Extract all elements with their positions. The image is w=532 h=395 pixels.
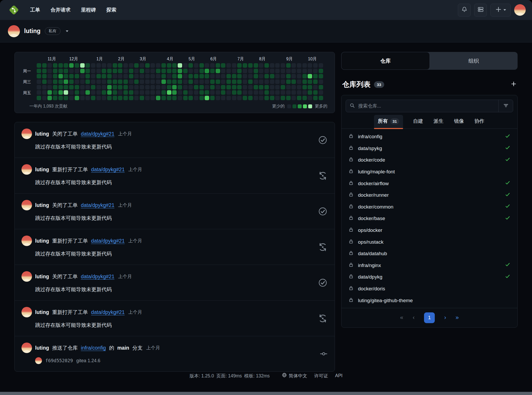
heatmap-cell [150,90,155,95]
repo-row[interactable]: docker/common [341,201,517,213]
nav-item[interactable]: 合并请求 [46,4,75,16]
feed-user-link[interactable]: luting [35,238,49,244]
heatmap-cell [91,79,95,84]
lock-icon [349,204,354,210]
horizontal-scrollbar[interactable] [0,392,532,395]
profile-avatar[interactable] [8,25,20,37]
repo-row[interactable]: docker/runner [341,189,517,201]
heatmap-month-label: 2月 [118,56,125,62]
heatmap-cell [319,96,323,100]
gitea-logo[interactable] [8,4,20,16]
repo-row[interactable]: luting/maple-font [341,166,517,178]
commit-avatar[interactable] [35,357,42,364]
feed-repo-link[interactable]: data/dpykg#21 [91,238,125,244]
tab-repositories[interactable]: 仓库 [341,52,430,70]
feed-repo-link[interactable]: data/dpykg#21 [81,131,115,137]
repo-filter-tab[interactable]: 协作 [474,115,485,129]
feed-repo-link[interactable]: data/dpykg#21 [81,202,115,208]
heatmap-cell [254,79,258,84]
heatmap-cell [297,96,301,100]
globe-icon [282,372,287,379]
feed-user-link[interactable]: luting [35,274,49,280]
repo-row[interactable]: docker/base [341,213,517,225]
repo-row[interactable]: data/dpykg [341,271,517,283]
user-avatar[interactable] [21,164,32,175]
feed-repo-link[interactable]: data/dpykg#21 [81,274,115,280]
heatmap-cell [140,63,144,68]
heatmap-cell [216,79,220,84]
create-new-button[interactable] [490,4,511,17]
nav-item[interactable]: 工单 [26,4,45,16]
pagination-arrow[interactable]: › [444,314,446,321]
user-menu-avatar[interactable] [514,4,526,16]
user-avatar[interactable] [21,129,32,139]
repo-filter-tab[interactable]: 镜像 [453,115,464,129]
create-repo-button[interactable] [511,81,517,88]
contribution-heatmap [37,63,323,100]
feed-timestamp: 上个月 [118,273,132,280]
heatmap-cell [178,96,182,100]
heatmap-cell [113,96,117,100]
footer-link[interactable]: API [335,373,343,378]
nav-item[interactable]: 里程碑 [77,4,100,16]
repo-row[interactable]: ops/docker [341,225,517,236]
repo-row[interactable]: data/spykg [341,143,517,154]
profile-dropdown-caret[interactable] [66,30,68,32]
footer-link[interactable]: 简体中文 [282,372,307,379]
repo-row[interactable]: infra/nginx [341,260,517,271]
pagination-current-page[interactable]: 1 [424,312,435,323]
repo-row[interactable]: data/datahub [341,248,517,260]
footer-link[interactable]: 许可证 [314,373,328,379]
heatmap-cell [102,69,106,73]
heatmap-cell [161,96,166,100]
feed-repo-link[interactable]: infra/config [81,345,106,351]
heatmap-cell [313,90,318,95]
feed-repo-link[interactable]: data/dpykg#21 [91,309,125,315]
repo-row[interactable]: docker/airflow [341,178,517,189]
nav-item[interactable]: 探索 [102,4,121,16]
repo-filter-tab[interactable]: 自建 [412,115,424,129]
repo-row[interactable]: docker/doris [341,283,517,295]
repo-row[interactable]: luting/gitea-github-theme [341,295,517,306]
repo-filter-button[interactable] [498,100,513,112]
feed-user-link[interactable]: luting [35,309,49,315]
panel-tabs: 仓库 组织 [341,52,518,70]
feed-item-head: luting关闭了工单data/dpykg#21上个月 [21,200,328,210]
sync-check-icon [505,192,510,199]
notifications-button[interactable] [458,4,471,17]
feed-user-link[interactable]: luting [35,202,49,208]
user-avatar[interactable] [21,307,32,317]
tab-organizations[interactable]: 组织 [430,52,518,70]
heatmap-cell [243,74,247,78]
user-avatar[interactable] [21,200,32,210]
user-avatar[interactable] [21,343,32,353]
heatmap-cell [42,85,47,89]
heatmap-cell [85,85,90,89]
repo-row[interactable]: docker/code [341,154,517,166]
feed-repo-link[interactable]: data/dpykg#21 [91,167,125,173]
user-avatar[interactable] [21,236,32,246]
feed-user-link[interactable]: luting [35,345,49,351]
commit-message: gitea 1.24.6 [76,358,100,364]
repo-filter-tab[interactable]: 派生 [433,115,444,129]
repo-filter-tab[interactable]: 所有31 [374,115,403,129]
user-avatar[interactable] [21,271,32,282]
heatmap-cell [129,63,133,68]
heatmap-cell [129,74,133,78]
feed-user-link[interactable]: luting [35,131,49,137]
feed-timestamp: 上个月 [118,131,132,137]
heatmap-cell [237,85,242,89]
admin-panel-button[interactable] [474,4,487,17]
search-icon [350,103,355,109]
repo-row[interactable]: infra/config [341,131,517,143]
repo-row[interactable]: ops/rustack [341,236,517,248]
heatmap-cell [91,90,95,95]
pagination-arrow[interactable]: » [455,314,459,321]
feed-user-link[interactable]: luting [35,167,49,173]
heatmap-cell [75,79,79,84]
commit-sha-link[interactable]: f69d552029 [45,358,73,363]
repo-search-input[interactable] [358,103,495,109]
feed-action-text: 重新打开了工单 [52,166,88,173]
filter-tab-label: 所有 [378,118,388,125]
heatmap-cell [226,79,231,84]
